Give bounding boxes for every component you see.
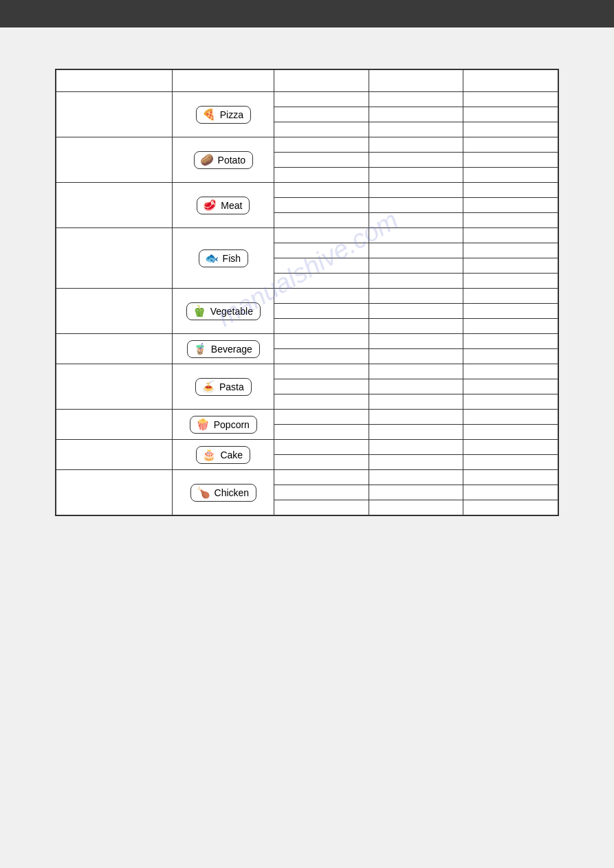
data-cell	[369, 440, 463, 455]
data-cell	[274, 470, 369, 485]
data-cell	[274, 153, 369, 168]
food-icon: 🧋	[193, 344, 207, 355]
data-cell	[274, 228, 369, 243]
table-row: 🐟Fish	[56, 228, 558, 243]
header-col-3	[274, 70, 369, 92]
data-cell	[274, 183, 369, 198]
data-cell	[369, 500, 463, 515]
item-cell: 🧋Beverage	[173, 334, 274, 364]
data-cell	[274, 107, 369, 122]
data-cell	[369, 92, 463, 107]
category-cell	[56, 289, 173, 334]
food-label: Fish	[223, 253, 241, 264]
table-row: 🍝Pasta	[56, 364, 558, 379]
category-cell	[56, 440, 173, 470]
data-cell	[463, 500, 558, 515]
data-cell	[274, 319, 369, 334]
data-cell	[369, 213, 463, 228]
data-cell	[463, 213, 558, 228]
data-cell	[274, 349, 369, 364]
data-cell	[369, 153, 463, 168]
data-cell	[463, 425, 558, 440]
data-cell	[463, 107, 558, 122]
item-cell: 🍿Popcorn	[173, 410, 274, 440]
data-cell	[369, 122, 463, 137]
data-cell	[274, 168, 369, 183]
data-cell	[369, 198, 463, 213]
data-cell	[274, 243, 369, 258]
food-badge: 🎂Cake	[196, 446, 250, 464]
data-cell	[274, 394, 369, 410]
data-cell	[274, 410, 369, 425]
data-cell	[274, 455, 369, 470]
data-cell	[369, 470, 463, 485]
table-wrapper: 🍕Pizza🥔Potato🥩Meat🐟Fish🫑Vegetable🧋Bevera…	[55, 69, 559, 516]
data-cell	[369, 168, 463, 183]
data-cell	[463, 319, 558, 334]
category-cell	[56, 334, 173, 364]
food-label: Meat	[221, 200, 242, 211]
data-cell	[369, 425, 463, 440]
data-cell	[274, 379, 369, 394]
item-cell: 🫑Vegetable	[173, 289, 274, 334]
data-cell	[369, 349, 463, 364]
data-cell	[274, 485, 369, 500]
item-cell: 🐟Fish	[173, 228, 274, 289]
category-cell	[56, 470, 173, 515]
header-col-4	[369, 70, 463, 92]
food-badge: 🍿Popcorn	[190, 416, 257, 434]
food-badge: 🍝Pasta	[195, 378, 252, 396]
data-cell	[463, 440, 558, 455]
data-cell	[463, 379, 558, 394]
category-cell	[56, 410, 173, 440]
data-cell	[463, 168, 558, 183]
category-cell	[56, 92, 173, 137]
data-cell	[274, 198, 369, 213]
data-cell	[463, 137, 558, 153]
food-icon: 🍿	[196, 419, 210, 430]
data-cell	[369, 274, 463, 289]
data-cell	[274, 137, 369, 153]
data-cell	[463, 455, 558, 470]
data-cell	[463, 183, 558, 198]
table-row: 🧋Beverage	[56, 334, 558, 349]
food-badge: 🧋Beverage	[187, 340, 260, 358]
food-icon: 🥔	[200, 155, 214, 166]
data-cell	[463, 364, 558, 379]
data-cell	[463, 274, 558, 289]
item-cell: 🎂Cake	[173, 440, 274, 470]
data-cell	[463, 470, 558, 485]
data-cell	[274, 440, 369, 455]
data-cell	[274, 364, 369, 379]
header-row	[56, 70, 558, 92]
data-cell	[369, 243, 463, 258]
data-cell	[274, 289, 369, 304]
food-badge: 🍗Chicken	[190, 484, 257, 502]
data-cell	[369, 334, 463, 349]
data-cell	[369, 137, 463, 153]
food-label: Pasta	[219, 381, 244, 392]
food-badge: 🐟Fish	[199, 249, 248, 267]
data-cell	[463, 349, 558, 364]
data-cell	[274, 274, 369, 289]
data-cell	[369, 228, 463, 243]
food-label: Vegetable	[210, 306, 253, 317]
data-cell	[369, 183, 463, 198]
item-cell: 🍝Pasta	[173, 364, 274, 410]
data-cell	[463, 92, 558, 107]
category-cell	[56, 183, 173, 228]
table-row: 🍿Popcorn	[56, 410, 558, 425]
table-row: 🍕Pizza	[56, 92, 558, 107]
food-icon: 🐟	[205, 253, 219, 264]
data-cell	[463, 228, 558, 243]
page-content: manualshive.com 🍕Pizza🥔Potato🥩Meat🐟Fish🫑…	[0, 27, 614, 546]
data-cell	[274, 425, 369, 440]
data-cell	[274, 258, 369, 274]
data-cell	[274, 92, 369, 107]
data-cell	[274, 213, 369, 228]
item-cell: 🍕Pizza	[173, 92, 274, 137]
category-cell	[56, 228, 173, 289]
food-badge: 🫑Vegetable	[186, 302, 261, 320]
header-col-5	[463, 70, 558, 92]
category-cell	[56, 137, 173, 183]
